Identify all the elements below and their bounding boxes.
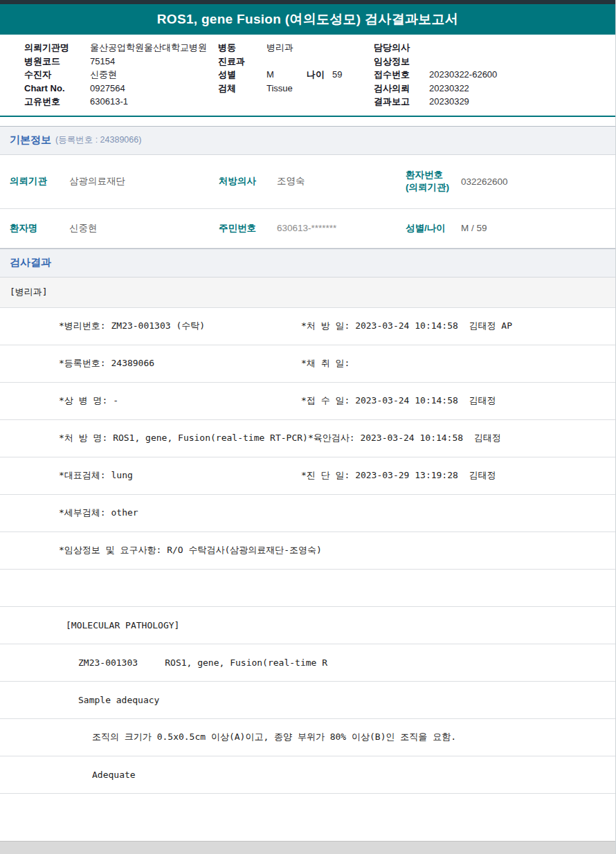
section-subtitle: (등록번호 : 24389066): [55, 134, 141, 146]
field-label: 검사의뢰: [374, 82, 429, 96]
result-category-row: [병리과]: [0, 278, 615, 308]
result-text-left: *세부검체: other: [0, 507, 301, 519]
field-value: 20230322-62600: [429, 68, 497, 82]
field-label: 수진자: [24, 68, 90, 82]
field-row: 고유번호 630613-1: [24, 95, 218, 109]
field-row: 의뢰기관명 울산공업학원울산대학교병원: [24, 41, 218, 55]
report-title: ROS1, gene Fusion (여의도성모) 검사결과보고서: [157, 10, 458, 28]
patient-header-right-column: 담당의사 임상정보 접수번호 20230322-62600 검사의뢰 20230…: [374, 41, 615, 109]
field-label: 주민번호: [219, 222, 277, 235]
field-label: 검체: [218, 82, 266, 96]
result-row: ZM23-001303 ROS1, gene, Fusion(real-time…: [0, 644, 615, 682]
field-label: 결과보고: [374, 95, 429, 109]
result-row: *상 병 명: - *접 수 일: 2023-03-24 10:14:58 김태…: [0, 383, 615, 420]
section-title: 기본정보: [10, 134, 51, 147]
result-text-right: *처 방 일: 2023-03-24 10:14:58 김태정 AP: [301, 320, 615, 332]
field-value: 75154: [90, 55, 115, 69]
result-row: Adequate: [0, 756, 615, 794]
field-label: 임상정보: [374, 55, 429, 69]
field-label: 병동: [218, 41, 266, 55]
field-label: 진료과: [218, 55, 266, 69]
field-value: 병리과: [266, 41, 293, 55]
result-text-right: *육안검사: 2023-03-24 10:14:58 김태정: [308, 432, 615, 444]
field-row: 진료과: [218, 55, 374, 69]
result-row: *세부검체: other: [0, 495, 615, 532]
field-label: 성별: [218, 68, 266, 82]
field-row: 접수번호 20230322-62600: [374, 68, 615, 82]
result-text-right: *진 단 일: 2023-03-29 13:19:28 김태정: [301, 469, 615, 482]
result-text-left: *대표검체: lung: [0, 469, 301, 482]
field-label: 성별/나이: [406, 222, 461, 235]
horizontal-scrollbar[interactable]: [0, 841, 615, 854]
molecular-line: ZM23-001303 ROS1, gene, Fusion(real-time…: [0, 657, 327, 668]
result-row: [MOLECULAR PATHOLOGY]: [0, 607, 615, 644]
field-value: 630613-1: [90, 95, 128, 109]
report-title-bar: ROS1, gene Fusion (여의도성모) 검사결과보고서: [0, 4, 615, 35]
field-value: 20230322: [429, 82, 469, 96]
molecular-line: Sample adequacy: [0, 695, 159, 705]
patient-header-left-column: 의뢰기관명 울산공업학원울산대학교병원 병원코드 75154 수진자 신중현 C…: [24, 41, 218, 109]
field-value: 신중현: [90, 68, 117, 82]
field-value: M: [266, 68, 307, 82]
basic-info-row: 환자명 신중현 주민번호 630613-******* 성별/나이 M / 59: [0, 209, 615, 248]
field-value: 삼광의료재단: [69, 175, 219, 188]
field-label: 의뢰기관: [10, 175, 69, 188]
result-row: *병리번호: ZM23-001303 (수탁) *처 방 일: 2023-03-…: [0, 308, 615, 345]
field-row: 임상정보: [374, 55, 615, 69]
section-basic-info-header: 기본정보 (등록번호 : 24389066): [0, 126, 615, 155]
molecular-heading: [MOLECULAR PATHOLOGY]: [0, 620, 179, 630]
result-row: 조직의 크기가 0.5x0.5cm 이상(A)이고, 종양 부위가 80% 이상…: [0, 719, 615, 756]
field-value: 조영숙: [277, 175, 406, 188]
field-value: 630613-*******: [277, 223, 406, 233]
result-text-left: *처 방 명: ROS1, gene, Fusion(real-time RT-…: [0, 432, 308, 444]
field-row: Chart No. 0927564: [24, 82, 218, 96]
result-row: *임상정보 및 요구사항: R/O 수탁검사(삼광의료재단-조영숙): [0, 532, 615, 570]
result-row: Sample adequacy: [0, 682, 615, 719]
field-row: 담당의사: [374, 41, 615, 55]
result-text-right: *접 수 일: 2023-03-24 10:14:58 김태정: [301, 394, 615, 407]
result-text-left: *상 병 명: -: [0, 394, 301, 407]
field-row: 수진자 신중현: [24, 68, 218, 82]
field-row: 검사의뢰 20230322: [374, 82, 615, 96]
basic-info-row: 의뢰기관 삼광의료재단 처방의사 조영숙 환자번호(의뢰기관) 03226260…: [0, 155, 615, 209]
field-label: 의뢰기관명: [24, 41, 90, 55]
result-row: *처 방 명: ROS1, gene, Fusion(real-time RT-…: [0, 420, 615, 457]
field-row: 결과보고 20230329: [374, 95, 615, 109]
field-value: 59: [332, 68, 342, 82]
section-gap: [0, 117, 615, 126]
field-label: 환자번호(의뢰기관): [406, 169, 461, 193]
report-page: ROS1, gene Fusion (여의도성모) 검사결과보고서 의뢰기관명 …: [0, 0, 616, 854]
field-label: 처방의사: [219, 175, 277, 188]
section-title: 검사결과: [10, 256, 51, 269]
result-text-left: *임상정보 및 요구사항: R/O 수탁검사(삼광의료재단-조영숙): [0, 544, 322, 556]
field-row: 병원코드 75154: [24, 55, 218, 69]
result-row-empty: [0, 570, 615, 607]
field-label: 나이: [307, 68, 332, 82]
field-label: 환자명: [10, 222, 69, 235]
section-results-header: 검사결과: [0, 248, 615, 278]
field-value: 20230329: [429, 95, 469, 109]
field-label: 담당의사: [374, 41, 429, 55]
field-value: 신중현: [69, 222, 219, 235]
field-row: 검체 Tissue: [218, 82, 374, 96]
result-row: *대표검체: lung *진 단 일: 2023-03-29 13:19:28 …: [0, 457, 615, 495]
molecular-line: Adequate: [0, 770, 136, 780]
field-value: 032262600: [461, 176, 615, 187]
result-row: *등록번호: 24389066 *채 취 일:: [0, 345, 615, 383]
result-text-right: *채 취 일:: [301, 357, 615, 370]
field-label: 접수번호: [374, 68, 429, 82]
result-category: [병리과]: [10, 286, 48, 298]
patient-header-middle-column: 병동 병리과 진료과 성별 M 나이 59 검체 Tissue: [218, 41, 374, 109]
field-label: 고유번호: [24, 95, 90, 109]
field-row: 병동 병리과: [218, 41, 374, 55]
field-value: 0927564: [90, 82, 125, 96]
field-value: 울산공업학원울산대학교병원: [90, 41, 207, 55]
field-value: M / 59: [461, 223, 615, 233]
field-label: 병원코드: [24, 55, 90, 69]
patient-header: 의뢰기관명 울산공업학원울산대학교병원 병원코드 75154 수진자 신중현 C…: [0, 35, 615, 117]
molecular-line: 조직의 크기가 0.5x0.5cm 이상(A)이고, 종양 부위가 80% 이상…: [0, 731, 456, 743]
field-value: Tissue: [266, 82, 293, 96]
result-text-left: *병리번호: ZM23-001303 (수탁): [0, 320, 301, 332]
result-text-left: *등록번호: 24389066: [0, 357, 301, 370]
field-row: 성별 M 나이 59: [218, 68, 374, 82]
